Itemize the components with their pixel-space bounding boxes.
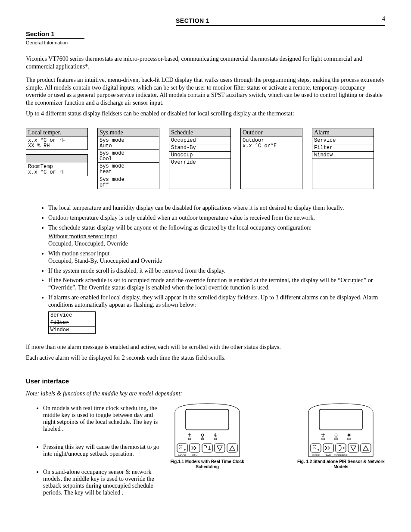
bullet: The schedule status display will be anyo…	[48, 224, 385, 248]
interface-bullets: On models with real time clock schedulin…	[26, 405, 161, 507]
keypad-caption-2: Fig. 1.2 Stand-alone PIR Sensor & Networ…	[297, 459, 385, 470]
svg-text:MODE: MODE	[312, 454, 320, 457]
table-header-blank	[26, 155, 87, 163]
table-cell: Outdoor x.x °C or°F	[241, 137, 302, 149]
bullet-text: If alarms are enabled for local display,…	[48, 294, 378, 308]
svg-text:MODE: MODE	[178, 454, 186, 457]
page-content: Viconics VT7600 series thermostats are m…	[26, 55, 385, 513]
status-tables-row: Local temper. x.x °C or °F XX % RH RoomT…	[26, 128, 385, 190]
subhead: Without motion sensor input	[48, 233, 117, 240]
bullet-text: The schedule status display will be anyo…	[48, 224, 311, 231]
svg-rect-6	[190, 444, 200, 452]
interface-heading: User interface	[26, 377, 385, 385]
table-cell: Sys mode off	[98, 176, 159, 189]
keypad-svg-1: MODE FAN	[171, 401, 244, 457]
table-cell: Service	[312, 137, 374, 144]
table-local-2: RoomTemp x.x °C or °F	[26, 154, 88, 176]
keypad-caption-1: Fig.1.1 Models with Real Time Clock Sche…	[165, 459, 249, 470]
bullet: The local temperature and humidity displ…	[48, 205, 385, 212]
table-cell: Sys mode Auto	[98, 137, 159, 150]
table-cell: Sys mode Cool	[98, 150, 159, 163]
svg-rect-0	[186, 409, 229, 430]
section-subtitle: General Information	[26, 40, 84, 45]
fieldset-intro: Up to 4 different status display fieldse…	[26, 110, 385, 118]
iface-bullet: On stand-alone occupancy sensor & networ…	[43, 469, 161, 496]
svg-rect-7	[202, 444, 212, 452]
keypad-figures: MODE FAN Fig.1.1 Models with Real Time C…	[165, 401, 385, 513]
table-cell: RoomTemp x.x °C or °F	[26, 163, 87, 176]
bullet: If the Network schedule is set to occupi…	[48, 277, 385, 292]
svg-rect-5	[177, 444, 187, 452]
interface-note: Note: labels & functions of the middle k…	[26, 390, 385, 398]
bullets-list: The local temperature and humidity displ…	[31, 205, 385, 334]
bullet: If alarms are enabled for local display,…	[48, 294, 385, 334]
section-title-block: Section 1 General Information	[26, 30, 84, 45]
svg-text:FAN: FAN	[192, 454, 197, 457]
keypad-figure-2: MODE FAN OVERRIDE Fig. 1.2 Stand-alone P…	[297, 401, 385, 513]
svg-text:OVERRIDE: OVERRIDE	[334, 454, 348, 457]
alarm-text-1: If more than one alarm message is enable…	[26, 343, 385, 351]
table-header: Outdoor	[241, 128, 302, 137]
bullet: Outdoor temperature display is only enab…	[48, 215, 385, 222]
table-cell: Window	[312, 152, 374, 159]
col-alarm: Alarm Service Filter Window	[312, 128, 374, 190]
col-sys-mode: Sys.mode Sys mode Auto Sys mode Cool Sys…	[97, 128, 159, 190]
svg-rect-16	[348, 438, 350, 440]
alarm-mini-table: Service Filter Window	[48, 311, 96, 334]
table-cell: Stand-By	[169, 144, 230, 152]
bullet: With motion sensor input Occupied, Stand…	[48, 250, 385, 265]
svg-point-2	[201, 434, 204, 436]
svg-rect-21	[361, 444, 371, 452]
svg-rect-4	[214, 438, 217, 440]
col-schedule: Schedule Occupied Stand-By Unoccup Overr…	[169, 128, 231, 190]
svg-rect-18	[323, 444, 333, 452]
table-local-1: Local temper. x.x °C or °F XX % RH	[26, 128, 88, 150]
svg-rect-12	[319, 409, 362, 430]
table-cell	[312, 159, 374, 160]
table-cell: Occupied	[169, 137, 230, 144]
table-cell: Filter	[312, 144, 374, 152]
table-header: Local temper.	[26, 128, 87, 137]
page-number: 4	[373, 16, 385, 22]
mini-cell-flashing: Filter	[49, 319, 95, 327]
svg-rect-1	[188, 438, 191, 440]
table-header: Schedule	[169, 128, 230, 137]
iface-bullet: On models with real time clock schedulin…	[43, 405, 161, 432]
table-cell: x.x °C or °F XX % RH	[26, 137, 87, 149]
table-header: Sys.mode	[98, 128, 159, 137]
mini-cell: Window	[49, 327, 95, 333]
sublist: Occupied, Stand-By, Unoccupied and Overr…	[48, 258, 385, 265]
keypad-svg-2: MODE FAN OVERRIDE	[304, 401, 377, 457]
table-cell: Sys mode heat	[98, 163, 159, 176]
bullet: If the system mode scroll is disabled, i…	[48, 268, 385, 275]
header-rule	[176, 25, 385, 26]
sublist: Occupied, Unoccupied, Override	[48, 240, 385, 248]
svg-point-14	[335, 434, 337, 436]
col-local-temper: Local temper. x.x °C or °F XX % RH RoomT…	[26, 128, 88, 190]
section-title: Section 1	[26, 30, 84, 37]
interface-row: On models with real time clock schedulin…	[26, 401, 385, 513]
col-outdoor: Outdoor Outdoor x.x °C or°F	[240, 128, 302, 190]
svg-rect-17	[311, 444, 321, 452]
svg-rect-9	[227, 444, 237, 452]
header-section-label: SECTION 1	[176, 17, 209, 24]
svg-rect-13	[322, 438, 324, 440]
alarm-text-2: Each active alarm will be displayed for …	[26, 354, 385, 362]
table-header: Alarm	[312, 128, 374, 137]
svg-text:FAN: FAN	[326, 454, 331, 457]
keypad-figure-1: MODE FAN Fig.1.1 Models with Real Time C…	[165, 401, 249, 513]
intro-paragraph-1: Viconics VT7600 series thermostats are m…	[26, 55, 385, 70]
mini-cell: Service	[49, 312, 95, 319]
table-cell: Unoccup	[169, 152, 230, 159]
iface-bullet: Pressing this key will cause the thermos…	[43, 444, 161, 457]
table-cell: Override	[169, 159, 230, 166]
section-title-rule	[26, 38, 84, 39]
intro-paragraph-2: The product features an intuitive, menu-…	[26, 76, 385, 106]
subhead: With motion sensor input	[48, 250, 109, 257]
